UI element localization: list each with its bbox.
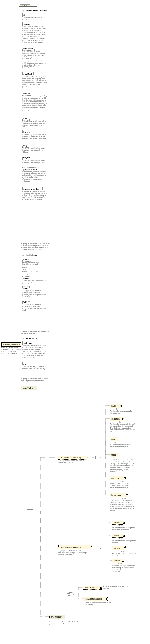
el-hierarchyinfo-desc: Represents the position of a concept in … xyxy=(110,500,134,512)
el-narrower-desc: An identifier of a more specific concept… xyxy=(112,552,137,556)
el-note-desc: Additional natural language information … xyxy=(110,444,134,448)
plus-icon: + xyxy=(120,405,122,407)
minus-icon: − xyxy=(90,546,92,548)
plus-icon: + xyxy=(122,560,124,562)
plus-icon: + xyxy=(118,454,120,456)
el-hierarchyinfo: hierarchyInfo+ xyxy=(110,493,127,497)
group-common-desc: A group of attributes for all elements o… xyxy=(21,243,50,251)
el-related: related+ xyxy=(112,559,123,563)
plus-icon: + xyxy=(106,598,108,600)
attr-why-desc: Why the metadata has been included - exp… xyxy=(22,147,47,153)
el-remoteinfo: remoteInfo+ xyxy=(110,476,125,480)
el-remoteinfo-desc: A link to an item or a web resource whic… xyxy=(110,482,134,488)
card: 0..∞ xyxy=(119,524,123,527)
sequence-icon xyxy=(27,509,33,513)
card: 0..∞ xyxy=(58,619,62,621)
plus-icon: + xyxy=(118,438,120,440)
el-name: name+ xyxy=(110,404,121,408)
attr-dir-desc: The directionality of textual content (e… xyxy=(22,366,47,370)
attr-creatoruri-desc: If the attribute is empty, specifies whi… xyxy=(22,50,47,68)
group-i18n-hdr: grp i18nAttributes xyxy=(22,338,38,340)
el-sameas-desc: An identifier of a concept with equivale… xyxy=(112,527,137,531)
attr-xmllang-desc: Specifies the language of this property … xyxy=(22,345,47,358)
attr-custom-desc: If set to true the corresponding propert… xyxy=(22,95,47,111)
attr-qcode-desc: A qualified code which identifies a conc… xyxy=(22,261,47,265)
group-common-hdr: grp commonPowerAttributes xyxy=(22,10,47,12)
attr-howuri-desc: Indicates by which means the value was e… xyxy=(22,134,47,140)
group-flex-desc: A group of attributes associated with fl… xyxy=(21,330,50,334)
attr-pubconstrainturi-desc: One or many constraints that apply to pu… xyxy=(22,191,47,200)
sequence-icon xyxy=(99,545,105,549)
card: 0..∞ xyxy=(116,408,120,410)
card: 0..∞ xyxy=(114,441,118,443)
el-related-desc: A related concept, where the relationshi… xyxy=(112,565,137,573)
any-other-attr: any ##other xyxy=(21,386,37,390)
any-other-ext: any ##other xyxy=(49,615,65,619)
attr-pubconstraint-desc: One or many constraints that apply to pu… xyxy=(22,171,47,183)
attr-creator-desc: If the property value is not defined, sp… xyxy=(22,26,47,43)
root-label: FlexPartyPropType xyxy=(3,343,20,346)
el-name-desc: A natural language name for the concept. xyxy=(110,410,134,414)
el-facet: facet+ xyxy=(110,453,119,457)
attr-whyuri-desc: Why the metadata has been included - exp… xyxy=(22,159,47,163)
el-narrower: narrower+ xyxy=(112,546,126,550)
sequence-icon xyxy=(94,456,100,459)
plus-icon: + xyxy=(122,418,124,420)
concept-relationships-group: ConceptRelationshipsGroup − xyxy=(58,545,92,549)
card: 0..∞ xyxy=(119,538,123,540)
el-note: note+ xyxy=(110,437,119,441)
attr-how-desc: Indicates by which means the value was e… xyxy=(22,120,47,128)
el-sameas: sameAs+ xyxy=(112,520,124,524)
plus-icon: + xyxy=(124,477,126,479)
el-broader-desc: An identifier of a more generic concept. xyxy=(112,540,137,544)
attr-id-desc: The local identifier of the property. xyxy=(22,16,47,21)
el-broader: broader+ xyxy=(112,534,124,538)
plus-icon: + xyxy=(100,587,102,588)
minus-icon: − xyxy=(86,457,88,458)
attr-typeuri-desc: The type of the concept assigned as cont… xyxy=(22,304,47,311)
card: 0..∞ xyxy=(118,563,122,565)
crg-desc: A group of properties required to indica… xyxy=(58,550,88,556)
cdg-desc: A group of properties required to define… xyxy=(58,460,88,464)
el-facet-desc: In NAR 1.8 and later, 'facet' is depreca… xyxy=(110,459,134,473)
card: 0..∞ xyxy=(122,497,126,499)
el-definition: definition+ xyxy=(110,417,124,421)
el-persondetails-desc: A set of properties specific to a person xyxy=(103,586,132,590)
attr-uri-desc: A URI which identifies a concept. xyxy=(22,271,47,275)
attr-modified-desc: The date (and, optionally, the time) whe… xyxy=(22,76,47,88)
plus-icon: + xyxy=(126,494,128,496)
el-organisationdetails: organisationDetails+ xyxy=(83,597,108,601)
el-persondetails: personDetails+ xyxy=(83,586,102,590)
choice-icon xyxy=(67,592,74,596)
plus-icon: + xyxy=(123,522,125,524)
attr-type-desc: The type of the concept assigned as cont… xyxy=(22,290,47,298)
el-organisationdetails-desc: A group of properties specific to an org… xyxy=(83,601,112,606)
card: 0..∞ xyxy=(114,457,118,459)
plus-icon: + xyxy=(124,547,126,549)
card: 0..∞ xyxy=(120,480,124,482)
attr-literal-desc: A free-text value assigned as property v… xyxy=(22,280,47,284)
card: 0..∞ xyxy=(119,421,122,423)
card: 0..∞ xyxy=(121,550,124,552)
group-flex-hdr: grp flexAttributes xyxy=(22,254,37,256)
plus-icon: + xyxy=(123,535,125,536)
ext-desc: Extension point for provider-defined pro… xyxy=(49,621,78,625)
group-i18n-desc: A group of attributes for language and s… xyxy=(21,378,50,382)
el-definition-desc: A natural language definition of the sem… xyxy=(110,423,134,433)
concept-definition-group: ConceptDefinitionGroup − xyxy=(58,456,88,460)
